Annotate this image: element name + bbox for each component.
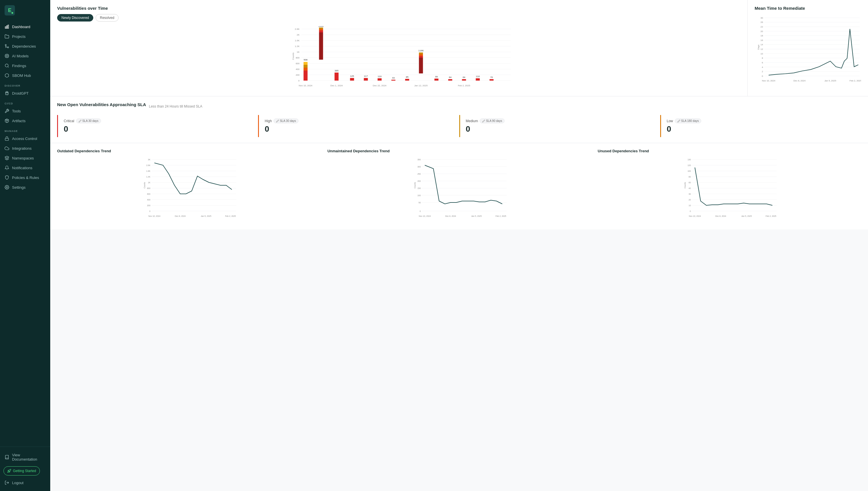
svg-text:200: 200 [147, 204, 151, 206]
svg-text:Dec 1, 2024: Dec 1, 2024 [330, 84, 343, 87]
sla-count-high: 0 [265, 124, 453, 134]
svg-text:2.6K: 2.6K [146, 164, 151, 166]
svg-point-20 [6, 92, 6, 92]
svg-text:1K: 1K [297, 51, 300, 53]
vuln-chart-title: Vulnerabilities over Time [57, 6, 740, 10]
sla-badge-low[interactable]: SLA 180 days [675, 118, 702, 123]
sidebar-item-policies[interactable]: Policies & Rules [0, 173, 50, 182]
sidebar-item-sbom-hub[interactable]: SBOM Hub [0, 70, 50, 80]
svg-text:26: 26 [761, 21, 763, 24]
sidebar-item-access-control[interactable]: Access Control [0, 134, 50, 143]
tab-newly-discovered[interactable]: Newly Discovered [57, 14, 93, 22]
sla-count-medium: 0 [466, 124, 654, 134]
svg-text:Jan 5, 2025: Jan 5, 2025 [824, 80, 836, 82]
svg-text:64: 64 [449, 76, 452, 79]
sidebar-item-droidgpt[interactable]: DroidGPT [0, 88, 50, 98]
svg-text:0: 0 [419, 210, 421, 212]
svg-text:800: 800 [296, 57, 300, 59]
sidebar-item-integrations[interactable]: Integrations [0, 143, 50, 153]
mean-time-chart: 0 2 4 6 8 10 12 14 16 18 20 22 26 30 Day… [755, 14, 861, 89]
sidebar-item-label: View Documentation [12, 453, 46, 461]
svg-text:2K: 2K [297, 34, 300, 36]
sla-card-low: Low SLA 180 days 0 [660, 115, 861, 137]
svg-text:20: 20 [688, 199, 691, 201]
svg-text:18: 18 [761, 34, 763, 37]
svg-text:508: 508 [304, 58, 308, 61]
svg-text:400: 400 [296, 68, 300, 70]
svg-point-4 [5, 45, 6, 46]
sla-badge-high[interactable]: SLA 30 days [274, 118, 299, 123]
sidebar-item-notifications[interactable]: Notifications [0, 163, 50, 173]
svg-rect-65 [378, 78, 382, 81]
svg-text:43: 43 [392, 77, 395, 79]
sidebar-item-settings[interactable]: Settings [0, 182, 50, 192]
svg-rect-49 [304, 70, 308, 81]
svg-rect-51 [304, 65, 308, 68]
sla-badge-medium[interactable]: SLA 90 days [480, 118, 505, 123]
sidebar-item-tools[interactable]: Tools [0, 106, 50, 116]
sidebar-item-dependencies[interactable]: Dependencies [0, 41, 50, 51]
sidebar-item-label: Dependencies [12, 44, 36, 49]
sidebar-item-namespaces[interactable]: Namespaces [0, 153, 50, 163]
svg-text:Counts: Counts [143, 182, 145, 189]
sidebar-item-dashboard[interactable]: Dashboard [0, 22, 50, 32]
sla-cards-grid: Critical SLA 30 days 0 High SLA 30 days [57, 115, 861, 137]
logo-area: E [0, 0, 50, 21]
svg-text:10: 10 [761, 53, 763, 55]
svg-text:Nov 10, 2024: Nov 10, 2024 [148, 215, 160, 217]
logout-label: Logout [12, 481, 24, 485]
sla-subtitle: Less than 24 Hours till Missed SLA [149, 105, 202, 108]
book-icon [5, 455, 9, 459]
svg-marker-25 [5, 156, 9, 158]
svg-text:Feb 2, 2025: Feb 2, 2025 [850, 80, 861, 82]
svg-rect-1 [7, 26, 7, 28]
main-content: Vulnerabilities over Time Newly Discover… [50, 0, 868, 491]
outdated-deps-chart: 0 200 400 600 800 1K 1.4K 1.8K 2.6K 3K C… [57, 156, 321, 223]
svg-text:350: 350 [417, 158, 421, 161]
svg-text:1.4K: 1.4K [146, 176, 151, 178]
svg-text:Jan 5, 2025: Jan 5, 2025 [741, 215, 752, 217]
unused-deps-card: Unused Dependencies Trend 0 10 20 30 40 [598, 149, 861, 224]
svg-text:2: 2 [762, 70, 763, 73]
sla-title: New Open Vulnerabilities Approaching SLA [57, 102, 146, 107]
top-charts-section: Vulnerabilities over Time Newly Discover… [50, 0, 868, 96]
svg-text:1166: 1166 [418, 49, 424, 52]
sidebar-item-artifacts[interactable]: Artifacts [0, 116, 50, 126]
sidebar-item-logout[interactable]: Logout [0, 478, 50, 488]
sidebar-item-label: Artifacts [12, 119, 26, 123]
svg-text:Nov 10, 2024: Nov 10, 2024 [689, 215, 701, 217]
sidebar-item-label: Projects [12, 34, 26, 39]
svg-text:1.8K: 1.8K [146, 170, 151, 172]
logo-icon: E [5, 5, 15, 16]
sla-badge-critical[interactable]: SLA 30 days [76, 118, 101, 123]
svg-text:3K: 3K [148, 158, 151, 161]
svg-text:30: 30 [688, 193, 691, 195]
svg-point-3 [7, 47, 9, 48]
unused-deps-chart: 0 10 20 30 40 60 80 100 120 130 Counts N… [598, 156, 861, 223]
sidebar-bottom: View Documentation Getting Started Logou… [0, 446, 50, 491]
sidebar-item-view-documentation[interactable]: View Documentation [0, 450, 50, 464]
getting-started-button[interactable]: Getting Started [3, 466, 40, 475]
sidebar-item-ai-models[interactable]: AI Models [0, 51, 50, 61]
svg-text:Dec 22, 2024: Dec 22, 2024 [373, 84, 387, 87]
bar-chart-icon [5, 24, 9, 29]
svg-rect-55 [319, 30, 323, 32]
sidebar-item-label: Namespaces [12, 156, 34, 160]
sidebar-item-findings[interactable]: Findings [0, 61, 50, 70]
cicd-section-label: CI/CD [0, 98, 50, 106]
svg-text:Dec 8, 2024: Dec 8, 2024 [793, 80, 806, 82]
svg-text:40: 40 [688, 187, 691, 189]
svg-rect-72 [419, 56, 423, 58]
discover-section-label: DISCOVER [0, 80, 50, 88]
svg-text:14: 14 [761, 43, 763, 46]
svg-text:Counts: Counts [292, 53, 295, 60]
svg-text:50: 50 [418, 202, 421, 204]
svg-text:400: 400 [147, 199, 151, 201]
sidebar-item-projects[interactable]: Projects [0, 32, 50, 41]
svg-text:250: 250 [417, 173, 421, 175]
svg-text:130: 130 [687, 158, 691, 161]
tab-resolved[interactable]: Resolved [96, 14, 118, 22]
search-icon [5, 63, 9, 68]
svg-rect-80 [462, 79, 466, 81]
bell-icon [5, 166, 9, 170]
